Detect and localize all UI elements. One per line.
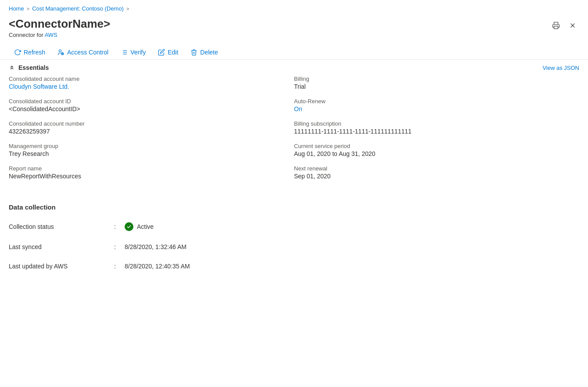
field-label-billing: Billing <box>294 76 579 82</box>
view-json-link[interactable]: View as JSON <box>542 65 579 71</box>
field-value-report-name: NewReportWithResources <box>9 173 285 180</box>
collection-status-sep: : <box>114 223 125 230</box>
verify-button[interactable]: Verify <box>115 45 151 59</box>
last-synced-sep: : <box>114 243 125 250</box>
field-consolidated-account-name: Consolidated account name Cloudyn Softwa… <box>9 76 285 90</box>
collapse-icon[interactable] <box>9 65 15 71</box>
field-consolidated-account-number: Consolidated account number 432263259397 <box>9 120 285 135</box>
toolbar: Refresh Access Control <box>0 43 588 60</box>
page-container: Home > Cost Management: Contoso (Demo) >… <box>0 0 588 276</box>
field-value-billing-subscription: 11111111-1111-1111-1111-111111111111 <box>294 128 579 135</box>
close-button[interactable] <box>566 19 579 32</box>
print-button[interactable] <box>549 19 563 32</box>
field-management-group: Management group Trey Research <box>9 143 285 157</box>
edit-button[interactable]: Edit <box>153 45 183 59</box>
essentials-section-title: Essentials <box>18 64 49 71</box>
data-collection-table: Collection status : Active Last synced :… <box>0 216 588 276</box>
field-auto-renew: Auto-Renew On <box>294 98 579 112</box>
edit-icon <box>158 49 165 56</box>
breadcrumb: Home > Cost Management: Contoso (Demo) > <box>0 0 588 15</box>
field-label-consolidated-account-number: Consolidated account number <box>9 120 285 127</box>
data-row-last-updated: Last updated by AWS : 8/28/2020, 12:40:3… <box>9 257 579 276</box>
field-value-consolidated-account-name[interactable]: Cloudyn Software Ltd. <box>9 83 69 90</box>
header-actions <box>549 17 579 32</box>
last-updated-value: 8/28/2020, 12:40:35 AM <box>125 263 190 270</box>
essentials-grid: Consolidated account name Cloudyn Softwa… <box>0 76 588 196</box>
collection-status-text: Active <box>137 223 154 230</box>
access-control-button[interactable]: Access Control <box>52 45 114 59</box>
collection-status-value: Active <box>125 222 154 231</box>
delete-label: Delete <box>200 49 218 56</box>
data-row-collection-status: Collection status : Active <box>9 216 579 237</box>
subtitle-aws: AWS <box>45 32 57 38</box>
refresh-button[interactable]: Refresh <box>9 45 50 59</box>
field-value-consolidated-account-number: 432263259397 <box>9 128 285 135</box>
subtitle-prefix: Connector for <box>9 32 45 38</box>
active-status-icon <box>125 222 133 231</box>
verify-icon <box>121 49 128 56</box>
page-header: <ConnectorName> Connector for AWS <box>0 15 588 43</box>
field-label-consolidated-account-name: Consolidated account name <box>9 76 285 82</box>
delete-icon <box>190 49 197 56</box>
svg-point-3 <box>59 50 61 52</box>
page-title: <ConnectorName> <box>9 17 110 31</box>
header-subtitle: Connector for AWS <box>9 32 110 38</box>
access-control-icon <box>57 49 65 56</box>
breadcrumb-parent[interactable]: Cost Management: Contoso (Demo) <box>32 5 124 12</box>
essentials-header: Essentials View as JSON <box>0 60 588 76</box>
refresh-label: Refresh <box>24 49 45 56</box>
essentials-col-right: Billing Trial Auto-Renew On Billing subs… <box>294 76 579 188</box>
refresh-icon <box>14 49 21 56</box>
field-consolidated-account-id: Consolidated account ID <ConsolidatedAcc… <box>9 98 285 112</box>
close-icon <box>569 22 577 29</box>
field-next-renewal: Next renewal Sep 01, 2020 <box>294 165 579 180</box>
header-left: <ConnectorName> Connector for AWS <box>9 17 110 38</box>
field-label-billing-subscription: Billing subscription <box>294 120 579 127</box>
print-icon <box>552 22 560 29</box>
svg-rect-0 <box>554 26 558 29</box>
last-synced-text: 8/28/2020, 1:32:46 AM <box>125 243 186 250</box>
last-synced-label: Last synced <box>9 243 114 250</box>
data-collection-title: Data collection <box>0 196 588 216</box>
field-value-auto-renew[interactable]: On <box>294 105 302 112</box>
last-synced-value: 8/28/2020, 1:32:46 AM <box>125 243 186 250</box>
verify-label: Verify <box>130 49 146 56</box>
field-label-auto-renew: Auto-Renew <box>294 98 579 105</box>
last-updated-label: Last updated by AWS <box>9 263 114 270</box>
essentials-col-left: Consolidated account name Cloudyn Softwa… <box>9 76 294 188</box>
field-billing: Billing Trial <box>294 76 579 90</box>
field-report-name: Report name NewReportWithResources <box>9 165 285 180</box>
field-label-next-renewal: Next renewal <box>294 165 579 172</box>
field-label-report-name: Report name <box>9 165 285 172</box>
field-value-management-group: Trey Research <box>9 150 285 157</box>
access-control-label: Access Control <box>67 49 108 56</box>
last-updated-text: 8/28/2020, 12:40:35 AM <box>125 263 190 270</box>
field-billing-subscription: Billing subscription 11111111-1111-1111-… <box>294 120 579 135</box>
breadcrumb-sep2: > <box>126 6 129 11</box>
field-value-next-renewal: Sep 01, 2020 <box>294 173 579 180</box>
field-current-service-period: Current service period Aug 01, 2020 to A… <box>294 143 579 157</box>
field-label-current-service-period: Current service period <box>294 143 579 149</box>
data-row-last-synced: Last synced : 8/28/2020, 1:32:46 AM <box>9 237 579 257</box>
field-label-consolidated-account-id: Consolidated account ID <box>9 98 285 105</box>
last-updated-sep: : <box>114 263 125 270</box>
breadcrumb-home[interactable]: Home <box>9 5 24 12</box>
field-value-billing: Trial <box>294 83 579 90</box>
field-value-consolidated-account-id: <ConsolidatedAccountID> <box>9 105 285 112</box>
field-value-current-service-period: Aug 01, 2020 to Aug 31, 2020 <box>294 150 579 157</box>
delete-button[interactable]: Delete <box>185 45 223 59</box>
field-label-management-group: Management group <box>9 143 285 149</box>
collection-status-label: Collection status <box>9 223 114 230</box>
essentials-title: Essentials <box>9 64 49 71</box>
breadcrumb-sep1: > <box>27 6 29 11</box>
edit-label: Edit <box>168 49 178 56</box>
